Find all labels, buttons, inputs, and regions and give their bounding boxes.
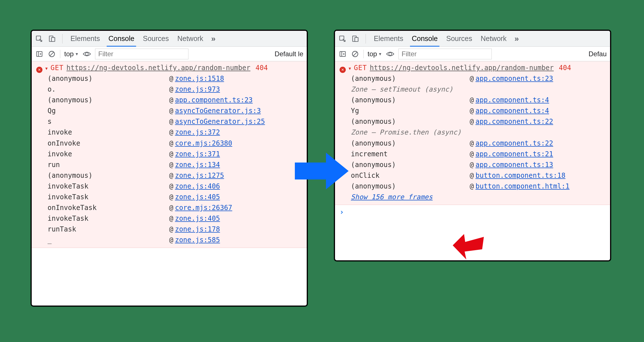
tab-console[interactable]: Console	[410, 34, 439, 47]
stack-frame: invokeTask@zone.js:405	[32, 213, 307, 224]
tab-network[interactable]: Network	[479, 34, 508, 43]
console-prompt[interactable]: ›	[335, 205, 610, 219]
stack-frame: (anonymous)@button.component.html:1	[335, 181, 610, 192]
sidebar-toggle-icon[interactable]	[35, 50, 44, 58]
stack-frame-location-link[interactable]: core.mjs:26380	[175, 138, 232, 148]
live-expression-icon[interactable]	[83, 50, 91, 58]
comparison-arrow-icon	[295, 153, 349, 189]
stack-frame-location-link[interactable]: zone.js:585	[175, 235, 220, 245]
http-method: GET	[354, 63, 367, 73]
at-symbol: @	[169, 149, 173, 159]
live-expression-icon[interactable]	[386, 50, 394, 58]
stack-frame: (anonymous)@app.component.ts:23	[32, 95, 307, 105]
stack-frame-location-link[interactable]: asyncToGenerator.js:3	[175, 106, 261, 116]
show-more-frames-link[interactable]: Show 156 more frames	[351, 193, 433, 201]
stack-frame-fn: (anonymous)	[351, 95, 470, 105]
console-body: ✕ ▼ GET https://ng-devtools.netlify.app/…	[32, 61, 307, 248]
stack-frame-location-link[interactable]: zone.js:406	[175, 181, 220, 191]
disclosure-triangle-icon[interactable]: ▼	[349, 66, 351, 72]
stack-frame-location-link[interactable]: zone.js:371	[175, 149, 220, 159]
stack-frame-location-link[interactable]: app.component.ts:4	[475, 106, 549, 116]
sidebar-toggle-icon[interactable]	[338, 50, 347, 58]
stack-frame: Qg@asyncToGenerator.js:3	[32, 105, 307, 116]
stack-frame: (anonymous)@app.component.ts:13	[335, 159, 610, 170]
http-method: GET	[50, 63, 63, 73]
filter-input[interactable]	[398, 49, 492, 59]
stack-frame-location-link[interactable]: zone.js:405	[175, 192, 220, 202]
stack-frame-location-link[interactable]: core.mjs:26367	[175, 203, 232, 213]
stack-frame-location-link[interactable]: zone.js:1275	[175, 171, 224, 180]
at-symbol: @	[169, 106, 173, 116]
stack-frame-location-link[interactable]: zone.js:973	[175, 85, 220, 94]
tab-strip: Elements Console Sources Network »	[32, 31, 307, 47]
svg-point-8	[85, 53, 88, 55]
request-url[interactable]: https://ng-devtools.netlify.app/random-n…	[370, 63, 554, 73]
stack-frame: increment@app.component.ts:21	[335, 149, 610, 159]
stack-frame-location-link[interactable]: app.component.ts:23	[475, 74, 553, 83]
stack-frame-location-link[interactable]: button.component.ts:18	[475, 171, 565, 180]
toolbar-divider	[60, 50, 60, 58]
stack-trace: (anonymous)@zone.js:1518o.@zone.js:973(a…	[32, 73, 307, 245]
log-level-picker[interactable]: Defau	[589, 50, 607, 58]
stack-frame-fn: (anonymous)	[48, 74, 169, 83]
disclosure-triangle-icon[interactable]: ▼	[45, 66, 48, 72]
stack-frame-location-link[interactable]: app.component.ts:22	[475, 117, 553, 126]
context-label: top	[368, 50, 377, 58]
more-tabs-chevron-icon[interactable]: »	[211, 34, 216, 43]
stack-frame-location-link[interactable]: app.component.ts:13	[475, 160, 553, 170]
devtools-panel-right: Elements Console Sources Network » top ▼…	[334, 30, 611, 261]
stack-frame: (anonymous)@zone.js:1275	[32, 170, 307, 181]
clear-console-icon[interactable]	[48, 50, 56, 58]
device-toggle-icon[interactable]	[351, 35, 359, 43]
more-tabs-chevron-icon[interactable]: »	[514, 34, 519, 43]
at-symbol: @	[470, 149, 474, 159]
stack-frame-fn: increment	[351, 149, 470, 159]
at-symbol: @	[470, 74, 474, 83]
at-symbol: @	[169, 85, 173, 94]
clear-console-icon[interactable]	[351, 50, 359, 58]
stack-frame-fn: invokeTask	[48, 214, 169, 223]
device-toggle-icon[interactable]	[48, 35, 56, 43]
stack-frame: (anonymous)@app.component.ts:4	[335, 95, 610, 105]
stack-frame-location-link[interactable]: asyncToGenerator.js:25	[175, 117, 265, 126]
inspect-icon[interactable]	[338, 35, 346, 43]
tab-strip: Elements Console Sources Network »	[335, 31, 610, 47]
stack-frame-location-link[interactable]: zone.js:1518	[175, 74, 224, 83]
log-level-picker[interactable]: Default le	[275, 50, 303, 58]
stack-frame-location-link[interactable]: app.component.ts:23	[175, 95, 253, 105]
stack-frame-location-link[interactable]: app.component.ts:21	[475, 149, 553, 159]
stack-frame-fn: onInvoke	[48, 138, 169, 148]
inspect-icon[interactable]	[35, 35, 43, 43]
stack-frame-location-link[interactable]: zone.js:405	[175, 214, 220, 223]
svg-rect-2	[51, 37, 55, 41]
tab-elements[interactable]: Elements	[69, 34, 102, 43]
stack-frame-location-link[interactable]: app.component.ts:22	[475, 138, 553, 148]
at-symbol: @	[470, 181, 474, 191]
stack-frame: onInvokeTask@core.mjs:26367	[32, 202, 307, 213]
stack-frame: onInvoke@core.mjs:26380	[32, 138, 307, 149]
at-symbol: @	[169, 203, 173, 213]
tab-console[interactable]: Console	[107, 34, 136, 47]
stack-frame-fn: _	[48, 235, 169, 245]
stack-frame-location-link[interactable]: button.component.html:1	[475, 181, 569, 191]
stack-frame: invoke@zone.js:372	[32, 127, 307, 138]
context-picker[interactable]: top ▼	[64, 50, 79, 58]
at-symbol: @	[470, 160, 474, 170]
show-more-frames: Show 156 more frames	[335, 192, 610, 202]
stack-frame-location-link[interactable]: zone.js:372	[175, 127, 220, 137]
tab-sources[interactable]: Sources	[141, 34, 171, 43]
stack-frame-location-link[interactable]: zone.js:134	[175, 160, 220, 170]
at-symbol: @	[470, 106, 474, 116]
stack-frame-location-link[interactable]: app.component.ts:4	[475, 95, 549, 105]
tab-sources[interactable]: Sources	[445, 34, 474, 43]
console-toolbar: top ▼ Defau	[335, 47, 610, 61]
devtools-panel-left: Elements Console Sources Network » top ▼…	[31, 30, 308, 307]
at-symbol: @	[169, 160, 173, 170]
filter-input[interactable]	[95, 49, 188, 59]
tab-elements[interactable]: Elements	[372, 34, 405, 43]
request-url[interactable]: https://ng-devtools.netlify.app/random-n…	[66, 63, 250, 73]
tab-network[interactable]: Network	[176, 34, 205, 43]
context-picker[interactable]: top ▼	[368, 50, 382, 58]
stack-frame: run@zone.js:134	[32, 159, 307, 170]
stack-frame-location-link[interactable]: zone.js:178	[175, 224, 220, 234]
